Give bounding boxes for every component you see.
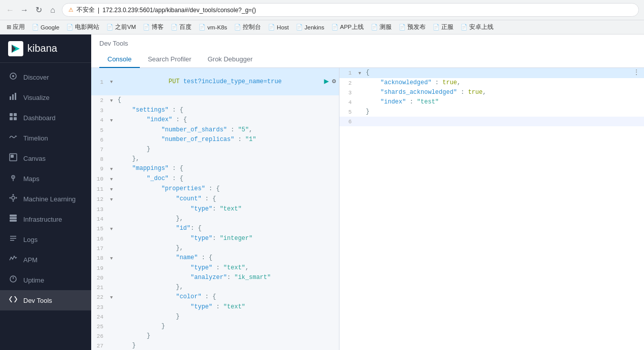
home-button[interactable]: ⌂ — [48, 5, 58, 15]
output-line-num-6: 6 — [339, 117, 356, 126]
app-container: kibana Discover — [0, 34, 644, 350]
tab-grok-debugger[interactable]: Grok Debugger — [200, 51, 261, 68]
line-num-8: 8 — [91, 154, 107, 164]
line-content-10: "_doc" : { — [116, 174, 339, 183]
wrench-button[interactable]: ⚙ — [332, 77, 336, 86]
bookmark-apps[interactable]: ⊞ 应用 — [4, 22, 27, 32]
bookmark-vm-label: 之前VM — [115, 23, 136, 31]
sidebar-item-dashboard[interactable]: Dashboard — [0, 108, 91, 128]
run-button[interactable]: ▶ — [324, 77, 329, 86]
forward-button[interactable]: → — [19, 5, 29, 15]
line-arrow-11[interactable]: ▼ — [107, 184, 116, 194]
sidebar-item-logs-label: Logs — [23, 236, 37, 243]
code-editor[interactable]: 1 ▼ PUT test?include_type_name=true ▶ ⚙ … — [91, 68, 339, 350]
bookmark-google[interactable]: 📄 Google — [29, 23, 62, 31]
bookmark-staging[interactable]: 📄 预发布 — [396, 22, 428, 32]
svg-rect-21 — [10, 236, 16, 237]
line-num-25: 25 — [91, 322, 107, 331]
line-arrow-22[interactable]: ▼ — [107, 292, 116, 302]
bookmark-prod[interactable]: 📄 正服 — [430, 22, 456, 32]
sidebar-item-infrastructure-label: Infrastructure — [23, 216, 62, 223]
line-arrow-19 — [107, 263, 116, 264]
apps-icon: ⊞ — [7, 24, 11, 30]
output-dots: ⋮ — [633, 68, 640, 77]
back-button[interactable]: ← — [5, 5, 15, 15]
bookmark-icon: 📄 — [106, 24, 113, 30]
address-bar[interactable]: ⚠ 不安全 | 172.23.0.239:5601/app/kibana#/de… — [62, 3, 639, 17]
sidebar-item-canvas[interactable]: Canvas — [0, 148, 91, 168]
line-arrow-1[interactable]: ▼ — [107, 77, 116, 87]
sidebar-item-infrastructure[interactable]: Infrastructure — [0, 209, 91, 229]
bookmark-console[interactable]: 📄 控制台 — [232, 22, 263, 32]
sidebar-item-maps[interactable]: Maps — [0, 168, 91, 189]
bookmark-android[interactable]: 📄 安卓上线 — [458, 22, 496, 32]
line-arrow-10[interactable]: ▼ — [107, 174, 116, 184]
bookmark-jenkins-label: Jenkins — [305, 24, 324, 30]
line-num-2: 2 — [91, 95, 107, 105]
output-arrow-3 — [356, 88, 364, 89]
line-num-17: 17 — [91, 243, 107, 253]
editor-line-21: 21 }, — [91, 283, 339, 292]
editor-line-19: 19 "type" : "text", — [91, 263, 339, 273]
bookmark-icon: 📄 — [32, 24, 39, 30]
line-content-24: } — [116, 312, 339, 321]
editor-line-26: 26 } — [91, 331, 339, 341]
bookmark-k8s[interactable]: 📄 vm-K8s — [196, 23, 230, 31]
sidebar-item-dev-tools[interactable]: Dev Tools — [0, 290, 91, 310]
line-arrow-12[interactable]: ▼ — [107, 194, 116, 204]
line-num-22: 22 — [91, 292, 107, 302]
bookmark-icon: 📄 — [199, 24, 206, 30]
line-num-20: 20 — [91, 273, 107, 283]
svg-point-16 — [10, 197, 11, 199]
bookmark-host[interactable]: 📄 Host — [266, 23, 291, 31]
bookmark-app-deploy[interactable]: 📄 APP上线 — [329, 22, 366, 32]
svg-rect-5 — [10, 113, 13, 116]
sidebar-item-discover[interactable]: Discover — [0, 67, 91, 87]
bookmark-test-server[interactable]: 📄 测服 — [368, 22, 394, 32]
apm-icon — [8, 255, 18, 265]
line-arrow-15[interactable]: ▼ — [107, 224, 116, 234]
line-content-22: "color" : { — [116, 292, 339, 301]
line-content-9: "mappings" : { — [116, 164, 339, 173]
machine-learning-icon — [8, 194, 18, 204]
output-content-1: { — [364, 68, 644, 77]
editor-line-5: 5 "number_of_shards" : "5", — [91, 125, 339, 135]
security-label: 不安全 — [77, 6, 95, 14]
bookmark-movie[interactable]: 📄 电影网站 — [64, 22, 102, 32]
bookmark-baidu[interactable]: 📄 百度 — [168, 22, 194, 32]
bookmark-icon: 📄 — [66, 24, 73, 30]
output-arrow-2 — [356, 78, 364, 79]
line-num-3: 3 — [91, 106, 107, 115]
line-arrow-2[interactable]: ▼ — [107, 95, 116, 106]
url-text: test?include_type_name=true — [183, 78, 282, 85]
bookmark-icon: 📄 — [461, 24, 468, 30]
sidebar-item-visualize[interactable]: Visualize — [0, 87, 91, 108]
url-divider: | — [98, 7, 99, 14]
line-content-21: }, — [116, 283, 339, 292]
sidebar-item-timelion[interactable]: Timelion — [0, 128, 91, 148]
kibana-logo-text: kibana — [27, 43, 57, 54]
tab-console[interactable]: Console — [99, 51, 140, 68]
line-arrow-9[interactable]: ▼ — [107, 164, 116, 174]
sidebar-item-machine-learning[interactable]: Machine Learning — [0, 189, 91, 209]
sidebar-item-apm[interactable]: APM — [0, 250, 91, 270]
tab-search-profiler[interactable]: Search Profiler — [140, 51, 200, 68]
output-arrow-4 — [356, 97, 364, 98]
bookmark-blog-label: 博客 — [151, 23, 164, 31]
bookmark-test-server-label: 测服 — [380, 23, 392, 31]
editor-line-18: 18 ▼ "name" : { — [91, 253, 339, 263]
bookmark-vm[interactable]: 📄 之前VM — [104, 22, 138, 32]
line-content-3: "settings" : { — [116, 106, 339, 115]
bookmark-jenkins[interactable]: 📄 Jenkins — [293, 23, 327, 31]
line-arrow-18[interactable]: ▼ — [107, 253, 116, 263]
sidebar-item-logs[interactable]: Logs — [0, 229, 91, 250]
svg-rect-4 — [15, 93, 16, 100]
sidebar-item-uptime[interactable]: Uptime — [0, 270, 91, 290]
sidebar-item-dev-tools-label: Dev Tools — [23, 297, 52, 304]
reload-button[interactable]: ↻ — [33, 5, 44, 15]
logs-icon — [8, 234, 18, 244]
line-content-19: "type" : "text", — [116, 263, 339, 272]
line-arrow-4[interactable]: ▼ — [107, 115, 116, 125]
bookmark-blog[interactable]: 📄 博客 — [140, 22, 166, 32]
editor-line-16: 16 "type": "integer" — [91, 234, 339, 243]
